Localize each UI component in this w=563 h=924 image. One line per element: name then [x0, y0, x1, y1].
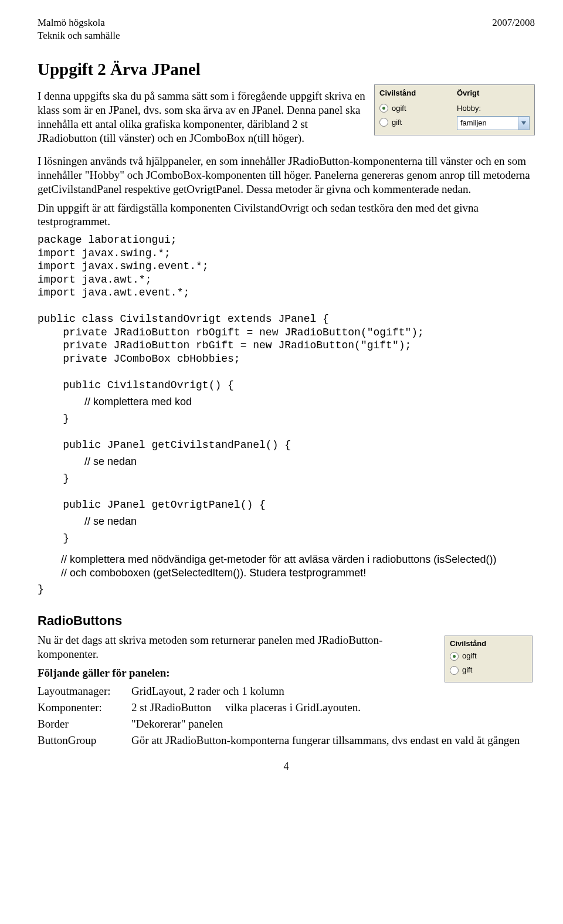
- code-comment-1: // komplettera med kod: [38, 395, 535, 409]
- code-brace-2: } public JPanel getOvrigtPanel() {: [38, 472, 535, 512]
- combo-dropdown-button[interactable]: [518, 117, 529, 130]
- prop-key-components: Komponenter:: [38, 701, 131, 715]
- header-left-2: Teknik och samhälle: [38, 29, 120, 42]
- header-left-1: Malmö högskola: [38, 16, 120, 29]
- body-p2: I lösningen används två hjälppaneler, en…: [38, 154, 535, 196]
- civilstand-panel-small: Civilstånd ogift gift: [445, 636, 533, 682]
- section-radiobuttons-heading: RadioButtons: [38, 613, 535, 629]
- radio-gift-label-2: gift: [462, 665, 472, 675]
- prop-key-buttongroup: ButtonGroup: [38, 733, 131, 748]
- prop-val-layout: GridLayout, 2 rader och 1 kolumn: [131, 684, 284, 698]
- code-brace-3: }: [38, 532, 535, 545]
- code-comment-2: // se nedan: [38, 455, 535, 468]
- header-right: 2007/2008: [492, 16, 535, 42]
- radio-dot-icon: [453, 655, 456, 658]
- page-header: Malmö högskola Teknik och samhälle 2007/…: [38, 16, 535, 42]
- hobby-label: Hobby:: [457, 104, 481, 113]
- radio-gift[interactable]: [379, 118, 388, 127]
- chevron-down-icon: [521, 121, 526, 125]
- prop-val-border: "Dekorerar" panelen: [131, 717, 223, 731]
- radio-ogift-label-2: ogift: [462, 651, 477, 661]
- prop-key-border: Border: [38, 717, 131, 731]
- combo-value: familjen: [457, 118, 518, 128]
- radio-dot-icon: [382, 107, 385, 110]
- body-p3: Din uppgift är att färdigställa komponen…: [38, 201, 535, 229]
- prop-val-components: 2 st JRadioButton vilka placeras i GridL…: [131, 701, 361, 715]
- intro-paragraph: I denna uppgifts ska du på samma sätt so…: [38, 89, 366, 145]
- properties-list: Layoutmanager: GridLayout, 2 rader och 1…: [38, 684, 535, 747]
- radio-gift-label: gift: [392, 118, 402, 127]
- prop-val-buttongroup: Gör att JRadioButton-komponterna fungera…: [131, 733, 520, 748]
- hobby-combobox[interactable]: familjen: [457, 116, 530, 130]
- radio-gift-2[interactable]: [450, 666, 459, 675]
- code-comment-3: // se nedan: [38, 515, 535, 528]
- page-number: 4: [38, 760, 535, 773]
- code-brace-1: } public JPanel getCivilstandPanel() {: [38, 412, 535, 452]
- civilstand-label: Civilstånd: [379, 89, 452, 98]
- code-brace-4: }: [38, 583, 535, 596]
- prop-key-layout: Layoutmanager:: [38, 684, 131, 698]
- code-comment-4: // komplettera med nödvändiga get-metode…: [38, 553, 535, 566]
- code-block-1: package laborationgui; import javax.swin…: [38, 233, 535, 392]
- radio-ogift-2[interactable]: [450, 652, 459, 661]
- page-title: Uppgift 2 Ärva JPanel: [38, 59, 535, 80]
- radio-ogift[interactable]: [379, 104, 388, 113]
- ovrigt-label: Övrigt: [457, 89, 530, 98]
- civilstand-ovrigt-panel: Civilstånd ogift gift Övrigt Hobby: fami…: [374, 84, 535, 135]
- civilstand-label-2: Civilstånd: [450, 639, 527, 648]
- radio-ogift-label: ogift: [392, 104, 406, 113]
- code-comment-5: // och comboboxen (getSelectedItem()). S…: [38, 566, 535, 580]
